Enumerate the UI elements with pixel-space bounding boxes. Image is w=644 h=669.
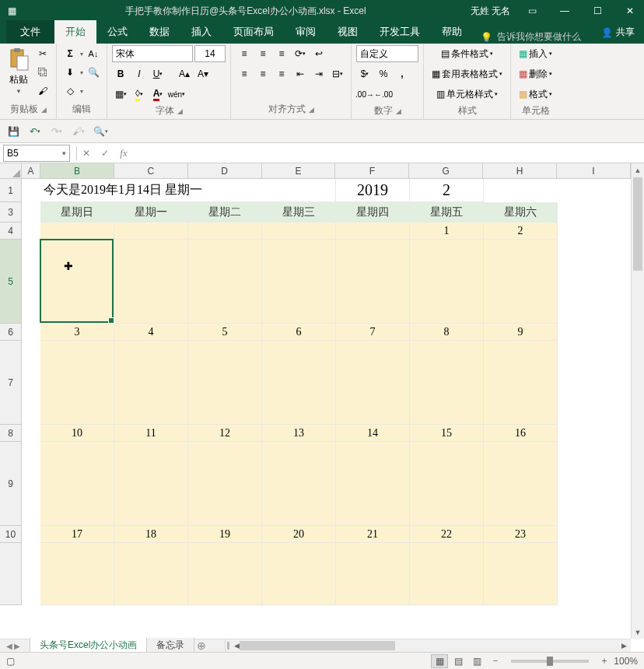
cell-D4[interactable] [188, 222, 262, 240]
cell-H3[interactable]: 星期六 [484, 202, 558, 222]
share-button[interactable]: 👤共享 [592, 21, 644, 44]
cell-C9[interactable] [114, 442, 188, 526]
row-header-7[interactable]: 7 [0, 341, 21, 425]
insert-cells-button[interactable]: ▦插入▾ [516, 45, 555, 62]
copy-button[interactable]: ⿻ [34, 64, 51, 81]
scroll-right-arrow[interactable]: ▶ [618, 639, 631, 652]
tab-data[interactable]: 数据 [138, 20, 180, 44]
row-header-6[interactable]: 6 [0, 324, 21, 341]
qat-find-button[interactable]: 🔍▾ [92, 123, 109, 140]
row-header-9[interactable]: 9 [0, 442, 21, 526]
align-bottom-button[interactable]: ≡ [273, 45, 290, 62]
cut-button[interactable]: ✂ [34, 45, 51, 62]
cell-E4[interactable] [262, 222, 336, 240]
font-size-combo[interactable] [194, 45, 226, 62]
col-header-F[interactable]: F [335, 163, 409, 178]
col-header-H[interactable]: H [483, 163, 557, 178]
cell-C[interactable] [114, 543, 188, 605]
col-header-E[interactable]: E [262, 163, 336, 178]
cell-D[interactable] [188, 543, 262, 605]
cell-B3[interactable]: 星期日 [40, 202, 114, 222]
autosum-button[interactable]: Σ [61, 45, 79, 62]
tab-view[interactable]: 视图 [327, 20, 369, 44]
save-button[interactable]: 💾 [5, 123, 22, 140]
cell-G[interactable] [410, 543, 484, 605]
cell-E[interactable] [262, 543, 336, 605]
row-header-5[interactable]: 5 [0, 240, 21, 324]
increase-decimal-button[interactable]: .00→ [356, 86, 373, 103]
vscroll-thumb[interactable] [633, 177, 642, 271]
cell-D7[interactable] [188, 341, 262, 425]
cell-C6[interactable]: 4 [114, 324, 188, 341]
cell-C8[interactable]: 11 [114, 425, 188, 442]
cell-E7[interactable] [262, 341, 336, 425]
fill-button[interactable]: ⬇ [61, 64, 79, 81]
conditional-format-button[interactable]: ▤条件格式▾ [429, 45, 506, 62]
cell-G6[interactable]: 8 [410, 324, 484, 341]
clear-button[interactable]: ◇ [61, 82, 79, 100]
row-header-10[interactable]: 10 [0, 526, 21, 543]
sheet-tab-memo[interactable]: 备忘录 [146, 638, 194, 652]
cell-D6[interactable]: 5 [188, 324, 262, 341]
cell-F5[interactable] [336, 240, 410, 324]
fill-color-button[interactable]: ◊▾ [131, 86, 148, 103]
ribbon-options-button[interactable]: ▭ [521, 3, 543, 19]
cell-E5[interactable] [262, 240, 336, 324]
cancel-formula-button[interactable]: ✕ [77, 145, 96, 162]
undo-button[interactable]: ↶▾ [26, 123, 44, 140]
minimize-button[interactable]: ― [554, 3, 576, 19]
align-top-button[interactable]: ≡ [236, 45, 253, 62]
row-header-1[interactable]: 1 [0, 179, 21, 202]
cell-F3[interactable]: 星期四 [336, 202, 410, 222]
cell-H5[interactable] [484, 240, 558, 324]
cell-E3[interactable]: 星期三 [262, 202, 336, 222]
row-header-[interactable] [0, 543, 21, 605]
select-all-corner[interactable] [0, 163, 22, 179]
decrease-indent-button[interactable]: ⇤ [292, 65, 309, 82]
bold-button[interactable]: B [112, 65, 129, 82]
cell-G10[interactable]: 22 [410, 526, 484, 543]
cell-H9[interactable] [484, 442, 558, 526]
cell-E8[interactable]: 13 [262, 425, 336, 442]
italic-button[interactable]: I [131, 65, 148, 82]
col-header-G[interactable]: G [409, 163, 483, 178]
enter-formula-button[interactable]: ✓ [96, 145, 114, 162]
tab-splitter[interactable] [227, 642, 229, 650]
cell-B6[interactable]: 3 [40, 324, 114, 341]
cells-area[interactable]: 今天是2019年1月14日 星期一20192星期日星期一星期二星期三星期四星期五… [22, 179, 631, 639]
cell-H7[interactable] [484, 341, 558, 425]
cell-C5[interactable] [114, 240, 188, 324]
align-right-button[interactable]: ≡ [273, 65, 290, 82]
zoom-in-button[interactable]: ＋ [600, 654, 609, 667]
sheet-nav[interactable]: ◀▶ [6, 642, 20, 650]
comma-button[interactable]: , [394, 65, 411, 82]
orientation-button[interactable]: ⟳▾ [292, 45, 309, 62]
cell-G8[interactable]: 15 [410, 425, 484, 442]
cell-C7[interactable] [114, 341, 188, 425]
number-launcher[interactable]: ◢ [396, 107, 401, 115]
scroll-down-arrow[interactable]: ▼ [632, 625, 644, 639]
find-button[interactable]: 🔍 [85, 64, 102, 81]
cell-F10[interactable]: 21 [336, 526, 410, 543]
font-launcher[interactable]: ◢ [177, 107, 183, 115]
cell-D8[interactable]: 12 [188, 425, 262, 442]
tab-home[interactable]: 开始 [54, 20, 96, 44]
font-color-button[interactable]: A▾ [149, 86, 166, 103]
cell-F7[interactable] [336, 341, 410, 425]
cell-B8[interactable]: 10 [40, 425, 114, 442]
merge-button[interactable]: ⊟▾ [329, 65, 346, 82]
close-button[interactable]: ✕ [619, 3, 641, 19]
cell-G7[interactable] [410, 341, 484, 425]
increase-indent-button[interactable]: ⇥ [310, 65, 327, 82]
zoom-slider[interactable] [511, 660, 589, 663]
cell-E6[interactable]: 6 [262, 324, 336, 341]
align-launcher[interactable]: ◢ [309, 106, 314, 114]
row-header-3[interactable]: 3 [0, 202, 21, 222]
cell-B7[interactable] [40, 341, 114, 425]
cell-D9[interactable] [188, 442, 262, 526]
cell-H4[interactable]: 2 [484, 222, 558, 240]
normal-view-button[interactable]: ▦ [431, 654, 448, 668]
vertical-scrollbar[interactable]: ▲ ▼ [631, 163, 644, 639]
table-format-button[interactable]: ▦套用表格格式▾ [429, 65, 506, 82]
cell-B10[interactable]: 17 [40, 526, 114, 543]
